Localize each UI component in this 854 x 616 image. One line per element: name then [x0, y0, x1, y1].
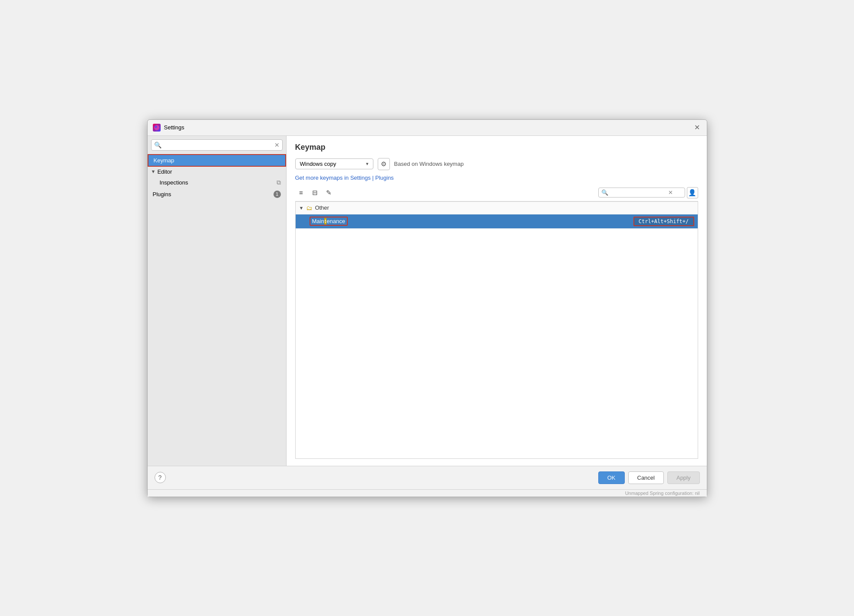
sidebar-search-input[interactable]: maint — [163, 142, 273, 148]
get-more-keymaps-link[interactable]: Get more keymaps in Settings | Plugins — [295, 175, 394, 181]
get-more-keymaps-link-row: Get more keymaps in Settings | Plugins — [295, 175, 698, 181]
tree-group-label: Other — [315, 204, 329, 211]
plugins-badge: 1 — [274, 191, 281, 198]
tree-group-arrow: ▼ — [299, 205, 304, 211]
bottom-bar: ? OK Cancel Apply — [148, 466, 707, 489]
based-on-text: Based on Windows keymap — [394, 161, 464, 167]
svg-point-1 — [155, 125, 157, 128]
chevron-down-icon: ▾ — [366, 161, 369, 167]
gear-button[interactable]: ⚙ — [378, 158, 390, 170]
tree-item-maintenance[interactable]: Maintenance Ctrl+Alt+Shift+/ — [296, 214, 698, 229]
copy-icon: ⧉ — [277, 179, 281, 186]
sidebar-item-plugins[interactable]: Plugins 1 — [148, 188, 286, 200]
app-icon — [153, 124, 161, 132]
action-search-icon: 🔍 — [601, 189, 608, 196]
question-mark-icon: ? — [158, 474, 162, 481]
folder-icon: 🗂 — [306, 204, 312, 211]
sidebar-search-box[interactable]: 🔍 maint ✕ — [151, 139, 283, 151]
sidebar-search-clear-icon[interactable]: ✕ — [274, 142, 280, 148]
maintenance-suffix: enance — [326, 218, 345, 224]
sort-alpha-button[interactable]: ≡ — [295, 187, 307, 198]
sidebar-group-editor[interactable]: ▼ Editor — [148, 167, 286, 177]
sidebar-item-inspections-label: Inspections — [160, 179, 188, 186]
tree-group-other[interactable]: ▼ 🗂 Other — [296, 202, 698, 214]
close-button[interactable]: ✕ — [693, 123, 702, 132]
person-search-icon: 👤 — [688, 189, 696, 197]
shortcut-badge: Ctrl+Alt+Shift+/ — [633, 217, 694, 226]
action-search-box[interactable]: 🔍 maint ✕ — [598, 188, 685, 198]
main-content: Keymap Windows copy ▾ ⚙ Based on Windows… — [287, 136, 707, 466]
ok-label: OK — [607, 474, 616, 481]
sidebar-item-keymap[interactable]: Keymap — [148, 154, 286, 167]
action-search-input[interactable]: maint — [610, 189, 666, 196]
status-text: Unmapped Spring configuration: nil — [625, 491, 700, 496]
ok-button[interactable]: OK — [598, 471, 625, 484]
page-title: Keymap — [295, 143, 698, 152]
help-button[interactable]: ? — [155, 472, 166, 483]
tree-item-name: Maintenance — [310, 218, 633, 224]
status-bar: Unmapped Spring configuration: nil — [148, 489, 707, 497]
sidebar: 🔍 maint ✕ Keymap ▼ Editor Inspections ⧉ … — [148, 136, 287, 466]
action-search-clear-icon[interactable]: ✕ — [668, 189, 673, 196]
keymap-selector-row: Windows copy ▾ ⚙ Based on Windows keymap — [295, 158, 698, 170]
cancel-button[interactable]: Cancel — [628, 471, 664, 484]
keymap-tree: ▼ 🗂 Other Maintenance Ctrl+Alt+Shift+/ — [295, 201, 698, 459]
sidebar-item-inspections[interactable]: Inspections ⧉ — [148, 177, 286, 188]
sort-alpha-icon: ≡ — [299, 189, 303, 196]
editor-expand-arrow: ▼ — [151, 169, 156, 174]
tree-toolbar: ≡ ⊟ ✎ 🔍 maint ✕ 👤 — [295, 187, 698, 201]
sidebar-item-plugins-label: Plugins — [153, 191, 171, 198]
keymap-dropdown-value: Windows copy — [300, 161, 336, 167]
dialog-body: 🔍 maint ✕ Keymap ▼ Editor Inspections ⧉ … — [148, 136, 707, 466]
title-bar: Settings ✕ — [148, 120, 707, 136]
settings-dialog: Settings ✕ 🔍 maint ✕ Keymap ▼ Editor Ins… — [147, 119, 707, 497]
sort-filter-icon: ⊟ — [312, 189, 318, 197]
sort-filter-button[interactable]: ⊟ — [309, 187, 321, 198]
apply-label: Apply — [676, 474, 691, 481]
maintenance-name-box: Maintenance — [310, 217, 348, 226]
sidebar-item-keymap-label: Keymap — [154, 157, 175, 164]
edit-button[interactable]: ✎ — [323, 187, 335, 198]
pencil-icon: ✎ — [326, 189, 332, 197]
search-icon: 🔍 — [154, 142, 162, 148]
dialog-title: Settings — [164, 124, 689, 131]
maintenance-prefix: Main — [312, 218, 324, 224]
sidebar-item-editor-label: Editor — [157, 168, 172, 175]
person-search-button[interactable]: 👤 — [687, 187, 698, 198]
apply-button[interactable]: Apply — [667, 471, 700, 484]
cancel-label: Cancel — [637, 474, 655, 481]
keymap-dropdown[interactable]: Windows copy ▾ — [295, 158, 373, 169]
